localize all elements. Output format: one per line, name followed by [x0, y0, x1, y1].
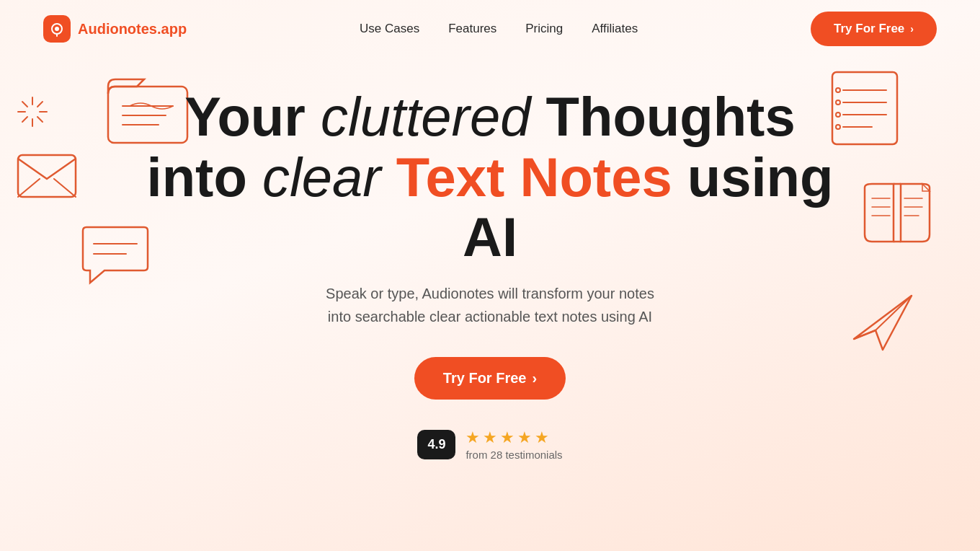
hero-title-using: using: [672, 146, 834, 208]
nav-item-use-cases[interactable]: Use Cases: [360, 22, 419, 36]
hero-title-ai: AI: [463, 206, 517, 268]
star-3: ★: [500, 428, 514, 447]
hero-title-text-notes: Text Notes: [381, 146, 672, 208]
logo-icon: [43, 15, 71, 43]
rating-score-badge: 4.9: [417, 430, 455, 459]
chevron-right-icon: ›: [910, 23, 914, 35]
hero-try-free-button[interactable]: Try For Free ›: [414, 357, 566, 400]
star-5: ★: [535, 428, 549, 447]
nav-try-free-button[interactable]: Try For Free ›: [811, 12, 937, 46]
logo-text: Audionotes.app: [78, 21, 187, 38]
hero-title-cluttered: cluttered: [321, 86, 531, 147]
rating-section: 4.9 ★ ★ ★ ★ ★ from 28 testimonials: [43, 428, 937, 461]
stars: ★ ★ ★ ★ ★: [466, 428, 549, 447]
hero-title-thoughts: Thoughts: [530, 86, 795, 147]
hero-title-into: into: [147, 146, 262, 208]
testimonials-text: from 28 testimonials: [466, 449, 562, 461]
star-1: ★: [466, 428, 480, 447]
svg-point-1: [55, 27, 59, 31]
hero-title-clear: clear: [262, 146, 381, 208]
svg-rect-2: [56, 34, 58, 37]
navbar: Audionotes.app Use Cases Features Pricin…: [0, 0, 980, 58]
hero-section: Your cluttered Thoughts into clear Text …: [0, 58, 980, 475]
star-2: ★: [483, 428, 497, 447]
hero-title: Your cluttered Thoughts into clear Text …: [43, 87, 937, 268]
star-4: ★: [517, 428, 532, 447]
nav-item-features[interactable]: Features: [448, 22, 496, 36]
chevron-right-icon: ›: [532, 370, 537, 387]
hero-subtitle: Speak or type, Audionotes will transform…: [43, 282, 937, 328]
nav-links: Use Cases Features Pricing Affiliates: [360, 22, 638, 36]
nav-item-affiliates[interactable]: Affiliates: [592, 22, 638, 36]
hero-title-your: Your: [184, 86, 321, 147]
logo[interactable]: Audionotes.app: [43, 15, 187, 43]
nav-item-pricing[interactable]: Pricing: [525, 22, 563, 36]
stars-wrap: ★ ★ ★ ★ ★ from 28 testimonials: [466, 428, 562, 461]
